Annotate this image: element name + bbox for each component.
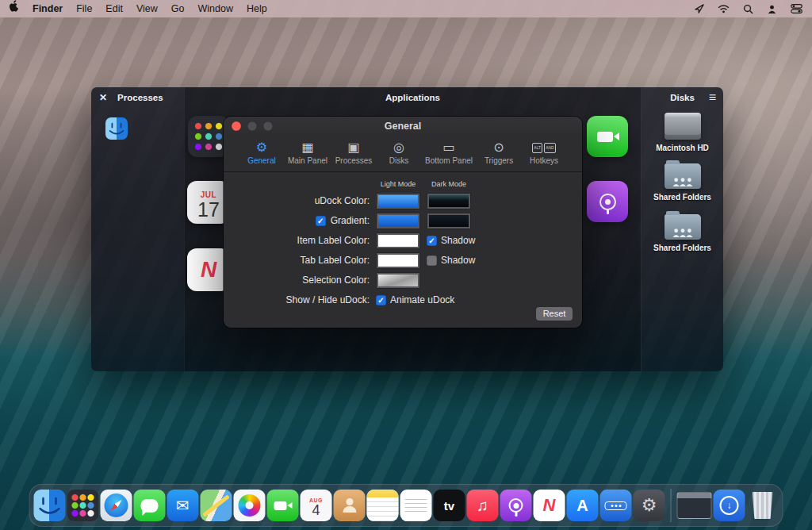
apple-menu-icon[interactable] (10, 0, 19, 17)
selection-color-label: Selection Color: (224, 275, 370, 286)
tab-bottom-panel[interactable]: ▭ Bottom Panel (425, 140, 473, 165)
disk-label: Macintosh HD (656, 144, 709, 152)
active-app-menu[interactable]: Finder (33, 0, 63, 17)
minimize-window-button[interactable] (247, 121, 257, 131)
tab-general[interactable]: ⚙ General (243, 140, 281, 165)
dock-downloads-icon[interactable]: ↓ (714, 490, 745, 521)
dock-safari-icon[interactable] (101, 490, 132, 521)
dock-facetime-icon[interactable] (267, 490, 299, 521)
dock-tv-icon[interactable]: tv (434, 490, 465, 521)
dock-app-store-icon[interactable]: A (567, 490, 599, 521)
gradient-light-well[interactable] (376, 213, 420, 229)
panel-grid-icon: ▦ (301, 140, 313, 156)
menu-edit[interactable]: Edit (105, 0, 123, 17)
tab-main-panel[interactable]: ▦ Main Panel (288, 140, 327, 165)
udock-color-light-well[interactable] (376, 193, 420, 209)
udock-color-label: uDock Color: (224, 195, 370, 206)
tab-hotkeys[interactable]: ALT AND Hotkeys (525, 140, 563, 165)
item-label-color-swatch (378, 235, 418, 247)
finder-process-icon[interactable] (105, 117, 128, 140)
search-icon[interactable] (743, 4, 753, 14)
disks-panel: Disks ≡ Macintosh HD Shared Folders Shar… (641, 87, 723, 371)
person-icon (346, 498, 353, 505)
preferences-window: General ⚙ General ▦ Main Panel ▣ Process… (224, 117, 582, 328)
dock-trash-icon[interactable] (747, 490, 779, 521)
tab-label-color-well[interactable] (376, 252, 420, 269)
dock-notes-icon[interactable] (367, 490, 399, 521)
gradient-light-swatch (378, 215, 418, 227)
gradient-checkbox[interactable] (316, 216, 326, 226)
hamburger-menu-icon[interactable]: ≡ (709, 90, 716, 105)
zoom-window-button[interactable] (263, 121, 273, 131)
dock-launchpad-icon[interactable] (67, 490, 99, 521)
dock: ✉ AUG 4 tv ♫ (29, 484, 783, 527)
close-icon[interactable]: ✕ (99, 92, 107, 103)
control-center-icon[interactable] (791, 4, 802, 13)
disk-item-macintosh-hd[interactable]: Macintosh HD (642, 113, 723, 152)
menu-view[interactable]: View (136, 0, 158, 17)
dock-news-icon[interactable]: N (534, 490, 565, 521)
menu-go[interactable]: Go (171, 0, 185, 17)
dock-calendar-icon[interactable]: AUG 4 (301, 490, 332, 521)
dock-podcasts-icon[interactable] (500, 490, 532, 521)
close-window-button[interactable] (232, 121, 241, 131)
dock-udock-app-icon[interactable] (600, 490, 632, 521)
wifi-icon[interactable] (718, 5, 730, 13)
desktop: Finder File Edit View Go Window Help (0, 0, 812, 530)
udock-color-dark-swatch (429, 195, 469, 207)
dock-photos-icon[interactable] (234, 490, 266, 521)
udock-color-dark-well[interactable] (427, 193, 471, 209)
tab-processes[interactable]: ▣ Processes (335, 140, 373, 165)
disk-label: Shared Folders (653, 244, 711, 252)
item-shadow-label: Shadow (441, 235, 475, 246)
gradient-dark-well[interactable] (427, 213, 471, 229)
reset-button[interactable]: Reset (536, 307, 573, 321)
podcasts-app-icon[interactable] (587, 181, 628, 222)
tab-shadow-checkbox[interactable] (427, 255, 437, 266)
tab-label: Processes (335, 156, 373, 165)
menu-file[interactable]: File (76, 0, 92, 17)
hotkeys-keycaps-icon: ALT AND (532, 140, 555, 156)
tab-label: Disks (389, 156, 408, 165)
dock-messages-icon[interactable] (134, 490, 166, 521)
dock-textedit-icon[interactable] (400, 490, 432, 521)
tab-shadow-label: Shadow (441, 255, 475, 266)
window-title: General (385, 121, 422, 132)
gear-icon: ⚙ (642, 495, 657, 516)
tab-label-color-label: Tab Label Color: (224, 255, 370, 266)
download-arrow-icon: ↓ (720, 496, 739, 515)
prefs-titlebar[interactable]: General (224, 117, 582, 136)
envelope-icon: ✉ (176, 496, 190, 515)
dock-maps-icon[interactable] (201, 490, 232, 521)
disk-item-shared-folders-1[interactable]: Shared Folders (642, 163, 723, 202)
location-arrow-icon[interactable] (695, 4, 704, 13)
facetime-app-icon[interactable] (587, 116, 628, 157)
dock-minimized-window-icon[interactable] (677, 492, 712, 519)
dock-music-icon[interactable]: ♫ (467, 490, 499, 521)
podcasts-glyph-icon (599, 194, 616, 210)
disks-title: Disks (670, 93, 695, 102)
menu-help[interactable]: Help (247, 0, 267, 17)
disk-item-shared-folders-2[interactable]: Shared Folders (642, 214, 723, 252)
selection-color-well[interactable] (376, 272, 420, 289)
dock-mail-icon[interactable]: ✉ (167, 490, 199, 521)
video-camera-icon (597, 132, 613, 142)
dock-contacts-icon[interactable] (334, 490, 366, 521)
fast-user-switching-icon[interactable] (767, 4, 777, 14)
show-hide-udock-label: Show / Hide uDock: (224, 294, 370, 305)
tab-label: General (247, 156, 276, 165)
item-shadow-checkbox[interactable] (427, 236, 437, 246)
keycap-and: AND (544, 143, 556, 153)
tab-triggers[interactable]: ⊙ Triggers (480, 140, 518, 165)
hard-drive-icon (665, 113, 701, 140)
tab-label: Main Panel (288, 156, 327, 165)
compass-icon (105, 494, 128, 517)
app-store-a-glyph: A (576, 497, 588, 515)
dock-finder-icon[interactable] (34, 490, 66, 521)
menu-window[interactable]: Window (197, 0, 232, 17)
animate-udock-checkbox[interactable] (376, 295, 386, 305)
item-label-color-well[interactable] (376, 232, 420, 249)
light-mode-header: Light Mode (376, 180, 420, 188)
dock-system-preferences-icon[interactable]: ⚙ (634, 490, 665, 521)
tab-disks[interactable]: ◎ Disks (380, 140, 418, 165)
